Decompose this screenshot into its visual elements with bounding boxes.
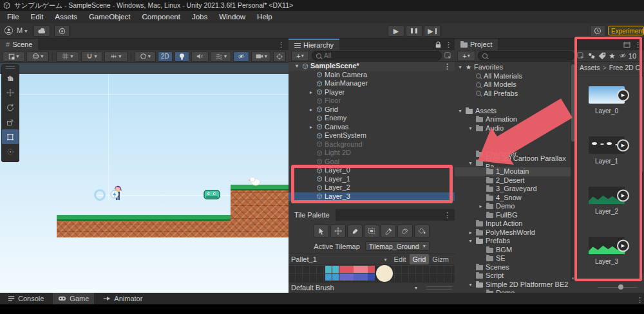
project-item-prefabs[interactable]: ▾ Prefabs: [455, 237, 575, 246]
pivot-dropdown[interactable]: ▾: [26, 51, 48, 62]
rect-tool[interactable]: [2, 129, 19, 144]
rotate-tool[interactable]: [2, 100, 19, 115]
thumbnail-zoom-slider[interactable]: [598, 284, 638, 290]
active-tilemap-dropdown[interactable]: Tilemap_Ground▾: [365, 241, 430, 251]
palette-edit-button[interactable]: Edit: [391, 254, 410, 264]
pause-button[interactable]: [406, 25, 422, 37]
project-item-free-2d-cartoon-parallax-ba[interactable]: ▾ Free 2D Cartoon Parallax Ba: [455, 159, 575, 168]
project-tree-scrollbar[interactable]: ▾: [571, 62, 575, 281]
raised-platform[interactable]: [231, 185, 289, 237]
project-item-4_snow[interactable]: 4_Snow: [455, 194, 575, 203]
scene-visibility-toggle[interactable]: [233, 51, 249, 62]
expand-arrow-icon[interactable]: ▾: [468, 124, 473, 133]
asset-thumbnail-layer_1[interactable]: ▶ Layer_1: [588, 136, 625, 165]
menu-file[interactable]: File: [1, 11, 25, 23]
expand-arrow-icon[interactable]: ▾: [468, 159, 473, 168]
transform-tool[interactable]: [2, 144, 19, 159]
hidden-count-toggle[interactable]: 10: [618, 52, 636, 60]
hierarchy-item-layer_3[interactable]: Layer_3: [289, 192, 455, 201]
ground-platform[interactable]: [57, 215, 231, 237]
scene-viewport[interactable]: [0, 63, 289, 293]
gizmos-icon[interactable]: [273, 51, 286, 62]
expand-arrow-icon[interactable]: ▾: [468, 237, 473, 246]
hierarchy-item-grid[interactable]: ▸ Grid: [289, 106, 455, 115]
breadcrumb-assets[interactable]: Assets: [580, 64, 600, 71]
project-item-demo[interactable]: ▸ Demo: [455, 202, 575, 211]
camera-dropdown[interactable]: ▾: [251, 51, 271, 62]
player-sprite[interactable]: [109, 184, 125, 202]
tile-grid[interactable]: [289, 265, 455, 282]
project-item-fullbg[interactable]: FullBG: [455, 211, 575, 220]
menu-gameobject[interactable]: GameObject: [83, 11, 137, 23]
version-control-button[interactable]: [54, 25, 70, 37]
brush-dropdown[interactable]: Default Brush: [291, 284, 334, 291]
hierarchy-item-layer_0[interactable]: Layer_0: [289, 166, 455, 175]
effects-dropdown[interactable]: ▾: [211, 51, 232, 62]
picker-tool[interactable]: [381, 225, 396, 237]
tile-swatch[interactable]: [332, 266, 339, 273]
hierarchy-search-input[interactable]: [312, 51, 442, 60]
hierarchy-item-floor[interactable]: Floor: [289, 97, 455, 106]
play-button[interactable]: ▶: [388, 25, 404, 37]
expand-arrow-icon[interactable]: ▸: [308, 106, 314, 115]
project-item-1_moutain[interactable]: 1_Moutain: [455, 167, 575, 176]
resize-grip[interactable]: [426, 286, 452, 290]
tile-swatch[interactable]: [325, 273, 332, 281]
tile-swatch[interactable]: [332, 273, 339, 281]
palette-drag-handle[interactable]: [2, 65, 19, 70]
menu-window[interactable]: Window: [213, 11, 251, 23]
project-item-simple-2d-platformer-be2[interactable]: ▾ Simple 2D Platformer BE2: [455, 281, 575, 290]
palette-dropdown-icon[interactable]: ▾: [384, 257, 387, 263]
scale-tool[interactable]: [2, 115, 19, 129]
tab-console[interactable]: Console: [3, 293, 49, 304]
hierarchy-item-canvas[interactable]: ▸ Canvas: [289, 123, 455, 132]
collectible-ring-sprite[interactable]: [94, 189, 106, 201]
project-item-2_desert[interactable]: 2_Desert: [455, 176, 575, 185]
experimental-packages-button[interactable]: Experiment: [608, 26, 644, 35]
tile-swatch[interactable]: [325, 266, 332, 273]
eraser-tool[interactable]: [397, 225, 413, 237]
picker-icon[interactable]: [577, 52, 585, 60]
move-tool[interactable]: [330, 225, 346, 237]
asset-bundle-icon[interactable]: [587, 52, 596, 60]
tile-swatch[interactable]: [368, 266, 375, 273]
window-layout-icon[interactable]: [623, 42, 630, 48]
project-item-favorites[interactable]: ▾ ★ Favorites: [455, 63, 575, 72]
snap-magnet-dropdown[interactable]: ▾: [81, 51, 102, 62]
palette-grid-button[interactable]: Grid: [410, 254, 430, 264]
menu-edit[interactable]: Edit: [25, 11, 50, 23]
tile-swatch[interactable]: [354, 266, 368, 273]
expand-arrow-icon[interactable]: ▾: [457, 107, 463, 116]
tab-project[interactable]: Project: [455, 39, 498, 50]
hierarchy-item-light-2d[interactable]: Light 2D: [289, 149, 455, 158]
menu-help[interactable]: Help: [251, 11, 278, 23]
bottom-menu-icon[interactable]: ⋮: [636, 294, 643, 306]
enemy-sprite[interactable]: [204, 189, 220, 200]
tool-settings-dropdown[interactable]: ▾: [3, 51, 24, 62]
expand-arrow-icon[interactable]: ▸: [468, 228, 473, 237]
preview-scrollbar[interactable]: ▾: [639, 75, 643, 273]
menu-assets[interactable]: Assets: [49, 11, 83, 23]
hierarchy-item-background[interactable]: Background: [289, 140, 455, 149]
project-add-button[interactable]: +▾: [457, 51, 475, 61]
audio-toggle[interactable]: [191, 51, 209, 62]
lighting-toggle[interactable]: [175, 51, 189, 62]
step-button[interactable]: ▶: [424, 25, 440, 37]
project-item-script[interactable]: Script: [455, 272, 575, 281]
breadcrumb-folder[interactable]: Free 2D C: [609, 64, 640, 71]
project-search-input[interactable]: [478, 51, 574, 60]
expand-arrow-icon[interactable]: ▾: [294, 62, 300, 71]
tab-hierarchy[interactable]: Hierarchy: [289, 39, 339, 50]
project-item-all-models[interactable]: All Models: [455, 80, 575, 89]
hierarchy-item-mainmanager[interactable]: MainManager: [289, 79, 455, 88]
project-item-animation[interactable]: Animation: [455, 115, 575, 124]
asset-thumbnail-layer_2[interactable]: ▶ Layer_2: [588, 187, 625, 215]
hierarchy-item-player[interactable]: ▸ Player: [289, 88, 455, 97]
lock-icon[interactable]: [435, 41, 441, 48]
box-tool[interactable]: [364, 225, 379, 237]
expand-arrow-icon[interactable]: ▸: [308, 123, 314, 132]
shading-mode-dropdown[interactable]: ▾: [135, 51, 156, 62]
expand-arrow-icon[interactable]: ▾: [468, 281, 473, 290]
brush-tool[interactable]: [347, 225, 363, 237]
project-item-input-action[interactable]: Input Action: [455, 219, 575, 228]
